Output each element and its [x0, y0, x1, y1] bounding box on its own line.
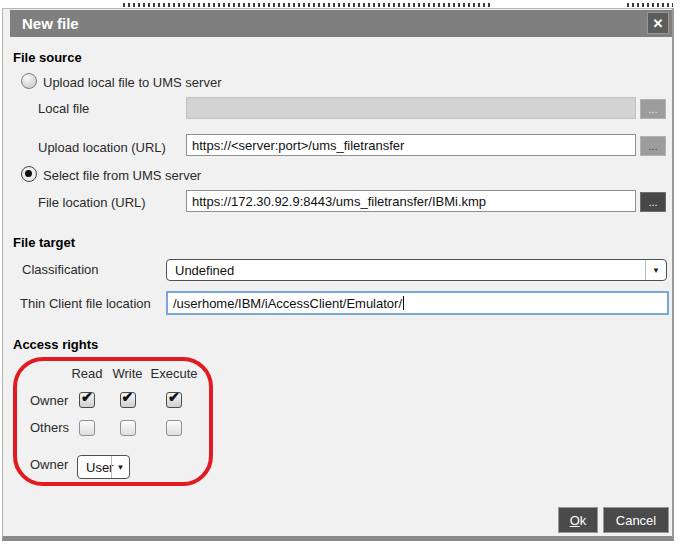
local-file-input: [186, 97, 636, 119]
file-location-browse-button[interactable]: ...: [640, 192, 666, 212]
background-clipped-text: [123, 3, 491, 7]
chevron-down-icon[interactable]: ▼: [645, 260, 666, 280]
cancel-button-label: Cancel: [604, 513, 668, 528]
ok-button-label: Ok: [559, 513, 597, 528]
file-target-heading: File target: [13, 235, 75, 250]
row-label-owner: Owner: [30, 393, 68, 408]
file-location-label: File location (URL): [38, 195, 146, 210]
upload-local-radio[interactable]: [21, 73, 37, 89]
file-location-input[interactable]: [186, 190, 636, 212]
checkbox-others-write[interactable]: [120, 420, 136, 436]
text-caret: [403, 296, 404, 310]
upload-local-radio-label[interactable]: Upload local file to UMS server: [43, 75, 221, 90]
access-rights-heading: Access rights: [13, 337, 98, 352]
dialog-title: New file: [22, 10, 79, 37]
access-rights-grid: ReadWriteExecuteOwnerOthers: [30, 361, 200, 441]
upload-location-label: Upload location (URL): [38, 140, 166, 155]
upload-location-browse-button[interactable]: ...: [640, 136, 666, 156]
owner-select-label: Owner: [30, 457, 68, 472]
classification-select[interactable]: Undefined ▼: [166, 259, 667, 281]
checkbox-owner-read[interactable]: [79, 392, 95, 408]
column-header-read: Read: [71, 366, 102, 381]
checkbox-others-read[interactable]: [79, 420, 95, 436]
upload-location-input[interactable]: [186, 134, 636, 156]
select-from-ums-radio-label[interactable]: Select file from UMS server: [43, 168, 201, 183]
new-file-dialog: New file ✕ File source Upload local file…: [2, 8, 674, 541]
checkbox-owner-write[interactable]: [120, 392, 136, 408]
column-header-execute: Execute: [151, 366, 198, 381]
thin-client-file-location-input[interactable]: /userhome/IBM/iAccessClient/Emulator/: [166, 291, 669, 315]
close-icon[interactable]: ✕: [647, 12, 669, 34]
checkbox-owner-execute[interactable]: [166, 392, 182, 408]
thin-client-file-location-value: /userhome/IBM/iAccessClient/Emulator/: [173, 296, 402, 311]
owner-select[interactable]: User ▼: [77, 455, 130, 479]
background-clipped-text: [627, 3, 673, 7]
local-file-label: Local file: [38, 101, 89, 116]
classification-label: Classification: [22, 262, 99, 277]
select-from-ums-radio[interactable]: [21, 166, 37, 182]
file-source-heading: File source: [13, 50, 82, 65]
classification-value: Undefined: [175, 260, 234, 280]
owner-select-value: User: [86, 456, 113, 478]
local-file-browse-button[interactable]: ...: [640, 99, 666, 119]
cancel-button[interactable]: Cancel: [603, 507, 669, 533]
thin-client-file-location-label: Thin Client file location: [20, 296, 151, 311]
row-label-others: Others: [30, 420, 69, 435]
ok-button[interactable]: Ok: [558, 507, 598, 533]
chevron-down-icon[interactable]: ▼: [111, 456, 129, 478]
dialog-titlebar: New file ✕: [10, 10, 672, 37]
checkbox-others-execute[interactable]: [166, 420, 182, 436]
column-header-write: Write: [112, 366, 142, 381]
